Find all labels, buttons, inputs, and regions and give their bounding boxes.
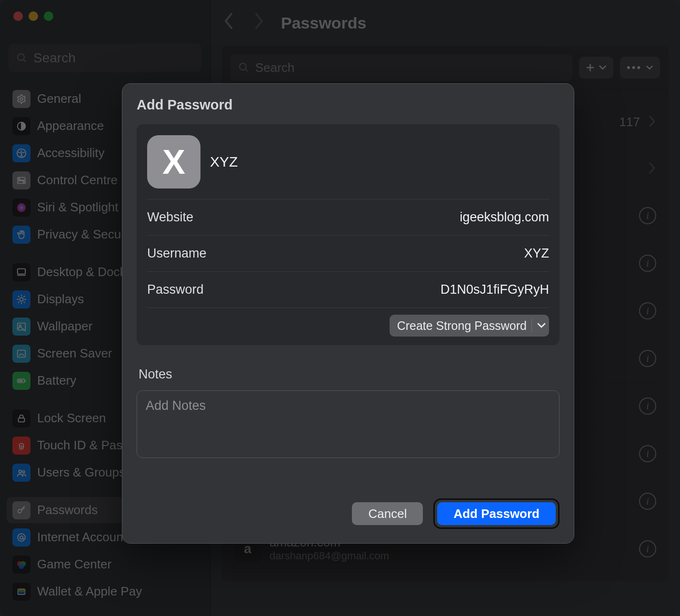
create-strong-password-label: Create Strong Password bbox=[397, 319, 527, 333]
cancel-button-label: Cancel bbox=[368, 507, 407, 521]
password-label: Password bbox=[147, 282, 440, 297]
add-password-button-label: Add Password bbox=[453, 507, 540, 521]
add-password-button[interactable]: Add Password bbox=[437, 502, 556, 525]
password-row[interactable]: Password D1N0sJ1fiFGyRyH bbox=[147, 272, 549, 308]
website-label: Website bbox=[147, 210, 460, 225]
username-value: XYZ bbox=[524, 246, 549, 261]
create-strong-password-button[interactable]: Create Strong Password bbox=[390, 315, 549, 337]
password-value: D1N0sJ1fiFGyRyH bbox=[440, 282, 549, 297]
site-avatar-letter: X bbox=[162, 142, 185, 181]
add-password-button-highlight: Add Password bbox=[433, 498, 560, 529]
site-avatar: X bbox=[147, 135, 200, 189]
website-row[interactable]: Website igeeksblog.com bbox=[147, 199, 549, 236]
website-value: igeeksblog.com bbox=[460, 210, 549, 225]
cancel-button[interactable]: Cancel bbox=[352, 502, 423, 525]
notes-input[interactable]: Add Notes bbox=[137, 390, 560, 458]
chevron-down-icon bbox=[537, 322, 546, 329]
password-fields-panel: X XYZ Website igeeksblog.com Username XY… bbox=[137, 124, 560, 345]
username-label: Username bbox=[147, 246, 524, 261]
username-row[interactable]: Username XYZ bbox=[147, 236, 549, 272]
site-name: XYZ bbox=[210, 154, 238, 170]
add-password-modal: Add Password X XYZ Website igeeksblog.co… bbox=[122, 83, 574, 544]
notes-label: Notes bbox=[139, 367, 560, 382]
modal-title: Add Password bbox=[137, 97, 560, 113]
notes-placeholder: Add Notes bbox=[146, 398, 206, 413]
